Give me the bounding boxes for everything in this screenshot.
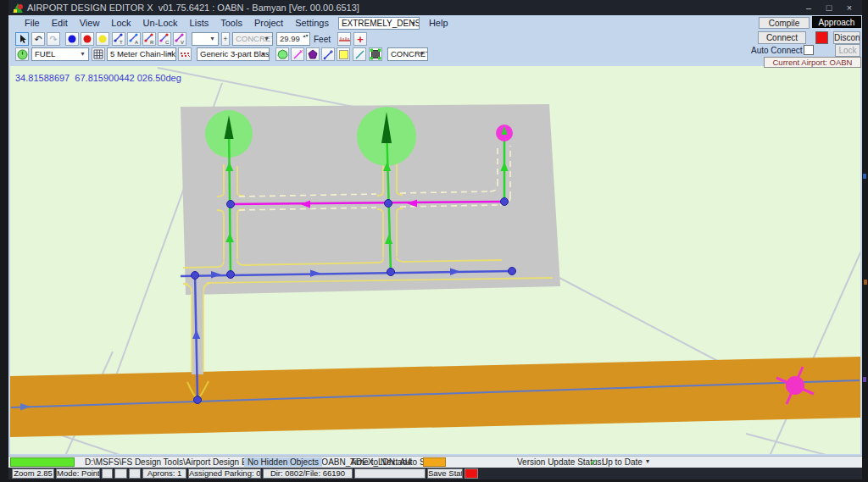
- approach-mode-button[interactable]: Approach Mode: [812, 16, 861, 28]
- vehicle-parking-spot[interactable]: [496, 125, 513, 141]
- density-combobox[interactable]: EXTREMELY_DENSE ▾: [338, 17, 420, 30]
- current-airport-banner: Current Airport: OABN: [764, 57, 861, 68]
- fuel-tool-button[interactable]: [15, 47, 29, 61]
- svg-text:C: C: [165, 40, 170, 45]
- chevron-down-icon[interactable]: ▾: [262, 34, 271, 43]
- chevron-down-icon[interactable]: ▾: [259, 49, 268, 58]
- lock-button[interactable]: Lock: [835, 44, 860, 57]
- diagonal-line-tool-button[interactable]: [353, 47, 366, 61]
- menu-unlock[interactable]: Un-Lock: [137, 16, 184, 30]
- menu-lock[interactable]: Lock: [105, 16, 136, 30]
- auto-connect-checkbox[interactable]: [804, 45, 814, 55]
- connect-button[interactable]: Connect: [758, 31, 806, 44]
- yellow-square-icon: [339, 50, 348, 59]
- app-window: AIRPORT DESIGN EDITOR X v01.75.6421 : OA…: [8, 0, 862, 479]
- fuel-icon: [17, 49, 28, 60]
- start-point-red-button[interactable]: [81, 32, 94, 46]
- apron-segment-button[interactable]: A: [127, 32, 141, 46]
- heptagon-icon: [277, 49, 288, 60]
- surface-combobox-disabled[interactable]: CONCRETE ▾: [232, 32, 273, 46]
- blast-fence-combobox[interactable]: Generic 3-part Blast Fence ▾: [197, 47, 270, 61]
- vehicle-segment-button[interactable]: V: [173, 32, 186, 46]
- desktop-speck: [864, 280, 867, 285]
- add-designator-button[interactable]: +: [221, 32, 230, 46]
- maximize-icon[interactable]: □: [820, 1, 838, 14]
- minimize-icon[interactable]: –: [799, 1, 818, 14]
- grid-icon: [93, 49, 103, 59]
- chevron-down-icon[interactable]: ▾: [78, 49, 87, 58]
- fuel-combobox[interactable]: FUEL ▾: [31, 47, 89, 61]
- airport-map[interactable]: [10, 66, 860, 454]
- menu-tools[interactable]: Tools: [214, 16, 248, 30]
- check-icon: ✔: [590, 457, 597, 467]
- toolbar-zone: ↶ ↷ T A: [8, 30, 862, 66]
- width-spinner[interactable]: 29.99 ▴▾: [276, 32, 310, 46]
- svg-text:A: A: [135, 40, 138, 45]
- status-cell-empty: [102, 468, 113, 479]
- menu-view[interactable]: View: [74, 16, 106, 30]
- width-unit-label: Feet: [314, 35, 331, 44]
- chevron-down-icon[interactable]: ▾: [208, 34, 217, 43]
- menu-project[interactable]: Project: [248, 16, 289, 30]
- disconnect-button[interactable]: Disconnect: [833, 31, 860, 44]
- desktop: AIRPORT DESIGN EDITOR X v01.75.6421 : OA…: [0, 0, 868, 482]
- apron-tool-button[interactable]: [369, 47, 382, 61]
- redo-button[interactable]: ↷: [47, 32, 60, 46]
- boundary-tool-button[interactable]: [306, 47, 320, 61]
- link-add-tool-button[interactable]: [321, 47, 335, 61]
- closed-segment-button[interactable]: C: [158, 32, 171, 46]
- menu-edit[interactable]: Edit: [46, 16, 74, 30]
- apron-surface-combobox[interactable]: CONCRETE ▾: [387, 47, 428, 61]
- fence-icon: [180, 51, 191, 58]
- map-canvas[interactable]: 34.81588697 67.815900442 026.50deg: [10, 66, 860, 454]
- undo-button[interactable]: ↶: [31, 32, 45, 46]
- segment-V-icon: V: [174, 33, 186, 45]
- chevron-down-icon[interactable]: ▾: [646, 457, 649, 465]
- svg-text:V: V: [181, 40, 184, 45]
- zoom-level: Zoom 2.85: [12, 468, 54, 479]
- status-bar-top: D:\MSFS\FS Design Tools\Airport Design E…: [8, 456, 862, 468]
- vehicle-path-tool-button[interactable]: [291, 47, 304, 61]
- layer-color-swatch: [10, 457, 75, 467]
- grid-tool-button[interactable]: [92, 47, 105, 61]
- close-icon[interactable]: ×: [840, 1, 859, 14]
- yellow-square-tool-button[interactable]: [337, 47, 350, 61]
- status-cell-empty: [114, 468, 127, 479]
- runway-segment-button[interactable]: R: [142, 32, 156, 46]
- version-value[interactable]: Up to Date: [602, 457, 643, 467]
- menu-file[interactable]: File: [19, 16, 46, 30]
- designator-combobox[interactable]: ▾: [192, 32, 219, 46]
- save-status-label: Save Status:: [427, 468, 463, 479]
- runway[interactable]: [10, 357, 860, 437]
- menu-help[interactable]: Help: [423, 16, 454, 30]
- menu-lists[interactable]: Lists: [184, 16, 215, 30]
- spinner-arrows-icon[interactable]: ▴▾: [302, 33, 309, 45]
- chevron-down-icon[interactable]: ▾: [409, 19, 418, 28]
- measure-tool-button[interactable]: [337, 32, 351, 46]
- pointer-tool-button[interactable]: [15, 32, 29, 46]
- menu-settings[interactable]: Settings: [289, 16, 335, 30]
- purple-polygon-icon: [308, 49, 318, 59]
- desktop-speck: [863, 377, 866, 382]
- fence-combobox[interactable]: 5 Meter Chain-link with be ▾: [107, 47, 176, 61]
- start-point-blue-button[interactable]: [65, 32, 79, 46]
- chevron-down-icon[interactable]: ▾: [417, 49, 426, 58]
- red-dot-icon: [82, 34, 92, 44]
- auto-save-swatch: [423, 457, 446, 467]
- segment-C-icon: C: [159, 33, 170, 45]
- blast-fence-tool-button[interactable]: [178, 47, 192, 61]
- hidden-objects-badge[interactable]: No Hidden Objects: [244, 457, 322, 467]
- pointer-icon: [18, 34, 27, 44]
- cursor-coordinates: 34.81588697 67.815900442 026.50deg: [15, 73, 181, 83]
- add-point-button[interactable]: +: [353, 32, 367, 46]
- status-bar-bottom: Zoom 2.85 Mode: Pointer Aprons: 1 Assign…: [8, 468, 862, 479]
- parking-spot-tool-button[interactable]: [275, 47, 289, 61]
- compile-button[interactable]: Compile: [759, 17, 810, 29]
- taxiway-segment-button[interactable]: T: [112, 32, 125, 46]
- chevron-down-icon[interactable]: ▾: [165, 49, 175, 58]
- svg-text:T: T: [120, 40, 123, 45]
- segment-R-icon: R: [143, 33, 155, 45]
- ruler-icon: [339, 35, 350, 43]
- start-point-yellow-button[interactable]: [96, 32, 109, 46]
- magenta-wand-icon: [292, 49, 303, 60]
